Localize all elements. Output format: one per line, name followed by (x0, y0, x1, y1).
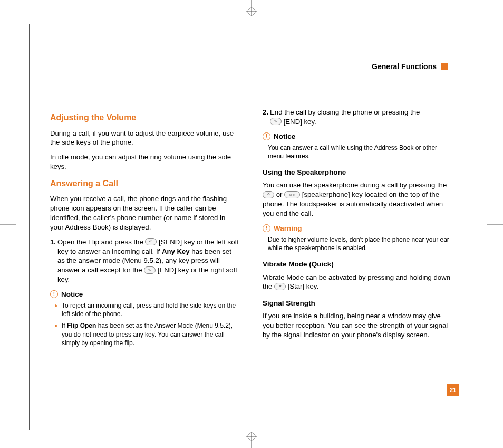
column-left: Adjusting the Volume During a call, if y… (50, 106, 239, 351)
warning-icon: ! (263, 224, 270, 232)
body-text: If you are inside a building, being near… (263, 311, 451, 339)
step-number: 1. (50, 237, 56, 247)
crop-mark-top (241, 0, 262, 17)
body-text: You can use the speakerphone during a ca… (263, 180, 451, 218)
notice-body: To reject an incoming call, press and ho… (55, 301, 239, 347)
body-text: In idle mode, you can adjust the ring vo… (50, 152, 239, 171)
spk-key-icon (284, 191, 300, 198)
step-number: 2. (263, 108, 268, 117)
warning-body: Due to higher volume levels, don't place… (268, 235, 451, 252)
star-key-icon (274, 283, 286, 290)
heading-answering-call: Answering a Call (50, 178, 239, 189)
notice-header: ! Notice (263, 132, 451, 141)
warning-header: ! Warning (263, 224, 451, 233)
heading-adjusting-volume: Adjusting the Volume (50, 112, 239, 123)
step-item: 1. Open the Flip and press the [SEND] ke… (50, 237, 239, 284)
end-key-icon (144, 266, 156, 274)
heading-vibrate-mode: Vibrate Mode (Quick) (263, 260, 451, 269)
step-text: Open the Flip and press the [SEND] key o… (57, 238, 239, 283)
page-header: General Functions (372, 62, 448, 71)
crop-mark-right (487, 222, 503, 226)
notice-label: Notice (274, 132, 295, 141)
heading-speakerphone: Using the Speakerphone (263, 168, 451, 177)
notice-bullet: If Flip Open has been set as the Answer … (55, 321, 239, 347)
send-key-icon (145, 238, 157, 245)
body-text: During a call, if you want to adjust the… (50, 129, 239, 148)
crop-mark-bottom (241, 431, 262, 448)
crop-mark-left (0, 222, 16, 226)
page-number: 21 (447, 384, 459, 396)
notice-body: You can answer a call while using the Ad… (268, 144, 451, 160)
warning-label: Warning (274, 224, 302, 233)
notice-bullet: To reject an incoming call, press and ho… (55, 301, 239, 318)
end-key-icon (270, 118, 282, 125)
notice-icon: ! (50, 290, 58, 298)
notice-label: Notice (61, 290, 83, 299)
column-right: 2. End the call by closing the phone or … (263, 106, 451, 351)
heading-signal-strength: Signal Strength (263, 299, 451, 308)
header-accent-icon (441, 63, 448, 70)
body-text: When you receive a call, the phone rings… (50, 194, 239, 232)
step-text: End the call by closing the phone or pre… (270, 108, 420, 126)
body-text: Vibrate Mode can be activated by pressin… (263, 273, 451, 292)
notice-header: ! Notice (50, 290, 239, 299)
page-content: General Functions Adjusting the Volume D… (50, 63, 461, 351)
notice-icon: ! (263, 132, 270, 140)
x-key-icon (263, 191, 274, 198)
step-item: 2. End the call by closing the phone or … (263, 108, 451, 127)
section-title: General Functions (372, 62, 437, 71)
